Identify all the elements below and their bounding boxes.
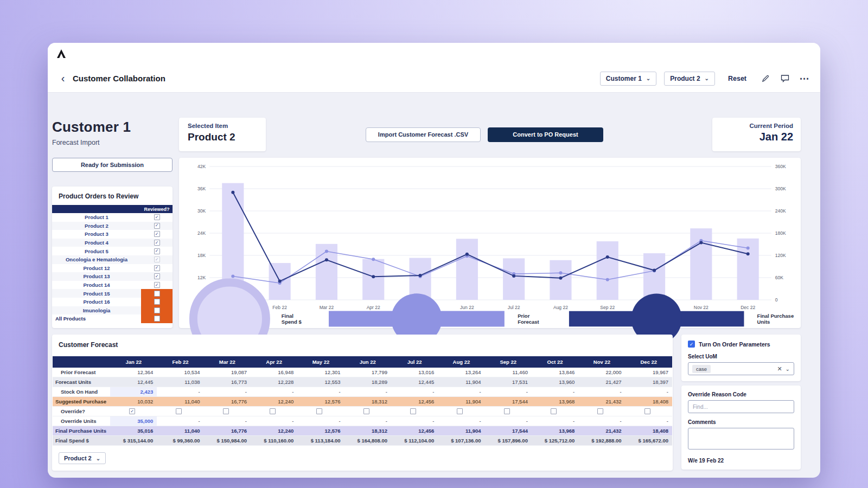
forecast-cell: 11,460	[485, 368, 532, 377]
reviewed-cell: ✓	[141, 222, 173, 230]
product-orders-card: Product Orders to Review Reviewed? Produ…	[52, 187, 173, 328]
forecast-cell: $ 315,144.00	[110, 436, 157, 446]
dashboard-main: Customer 1 Forecast Import Selected Item…	[48, 93, 820, 478]
override-reason-label: Override Reason Code	[688, 391, 794, 397]
row-label: Forecast Units	[53, 377, 110, 387]
override-checkbox[interactable]	[504, 408, 510, 414]
table-product-dropdown-label: Product 2	[64, 455, 92, 461]
product-name: Product 15	[52, 291, 141, 297]
ready-for-submission-button[interactable]: Ready for Submission	[52, 158, 173, 172]
svg-text:36K: 36K	[197, 186, 206, 191]
chevron-down-icon: ⌄	[705, 75, 709, 81]
reviewed-checkbox[interactable]	[154, 316, 160, 322]
product-order-row: Product 1✓	[52, 213, 173, 222]
svg-text:360K: 360K	[775, 164, 786, 169]
override-checkbox[interactable]	[363, 408, 369, 414]
forecast-cell[interactable]: 2,423	[110, 387, 157, 397]
order-parameters-checkbox[interactable]: ✓	[688, 341, 695, 348]
product-dropdown[interactable]: Product 2 ⌄	[664, 72, 715, 86]
forecast-cell: 13,968	[532, 397, 578, 407]
reviewed-checkbox[interactable]	[154, 307, 160, 313]
product-name: Imunologia	[52, 307, 141, 313]
forecast-row: Final Spend $$ 315,144.00$ 99,360.00$ 15…	[53, 436, 672, 446]
forecast-cell[interactable]: 35,000	[110, 416, 157, 426]
product-order-row: Imunologia	[52, 306, 173, 315]
product-order-row: Product 13✓	[52, 272, 173, 281]
reviewed-checkbox[interactable]: ✓	[154, 214, 160, 220]
forecast-cell: -	[578, 416, 625, 426]
reset-button[interactable]: Reset	[728, 75, 746, 82]
forecast-cell: 12,553	[297, 377, 344, 387]
forecast-cell: -	[204, 416, 251, 426]
svg-text:30K: 30K	[197, 208, 206, 214]
forecast-cell: 17,544	[485, 397, 532, 407]
edit-pencil-icon[interactable]	[760, 73, 771, 85]
legend-label: Final Purchase Units	[757, 313, 799, 325]
forecast-cell: -	[344, 416, 391, 426]
forecast-cell: 12,456	[391, 426, 438, 436]
forecast-cell: 35,016	[110, 426, 157, 436]
reviewed-checkbox[interactable]: ✓	[154, 240, 160, 246]
forecast-row: Stock On Hand2,423-----------	[53, 387, 672, 397]
forecast-cell: 19,967	[626, 368, 672, 377]
override-checkbox[interactable]	[270, 408, 276, 414]
forecast-cell: 13,016	[391, 368, 438, 377]
comments-textarea[interactable]	[688, 428, 794, 450]
override-checkbox[interactable]	[223, 408, 229, 414]
chevron-down-icon[interactable]: ⌄	[786, 366, 790, 372]
reviewed-cell: ✓	[141, 272, 173, 281]
current-period-label: Current Period	[720, 123, 793, 129]
override-checkbox[interactable]	[551, 408, 557, 414]
override-checkbox[interactable]	[176, 408, 182, 414]
forecast-cell: 18,408	[626, 426, 672, 436]
reviewed-checkbox[interactable]: ✓	[154, 223, 160, 229]
override-checkbox[interactable]	[457, 408, 463, 414]
forecast-cell: 12,240	[251, 426, 297, 436]
more-options-icon[interactable]: ⋯	[799, 73, 810, 85]
convert-po-button[interactable]: Convert to PO Request	[488, 127, 603, 142]
customer-forecast-card: Customer Forecast Jan 22Feb 22Mar 22Apr …	[52, 335, 673, 471]
override-checkbox[interactable]	[410, 408, 416, 414]
forecast-cell: 18,289	[344, 377, 391, 387]
forecast-cell: $ 165,672.00	[626, 436, 672, 446]
forecast-cell: 18,397	[626, 377, 672, 387]
order-parameters-label: Turn On Order Parameters	[699, 341, 770, 348]
legend-label: Final Spend $	[282, 313, 308, 325]
override-checkbox[interactable]	[644, 408, 650, 414]
uom-select[interactable]: case ✕ ⌄	[688, 362, 794, 375]
back-chevron-icon[interactable]: ‹	[58, 73, 68, 84]
select-uom-label: Select UoM	[688, 354, 794, 359]
table-product-dropdown[interactable]: Product 2 ⌄	[59, 452, 106, 464]
product-order-row: Product 5✓	[52, 247, 173, 255]
reviewed-cell: ✓	[141, 247, 173, 255]
product-name: All Products	[52, 316, 141, 322]
override-checkbox[interactable]	[316, 408, 322, 414]
chevron-down-icon: ⌄	[646, 75, 650, 81]
forecast-cell: 21,432	[578, 426, 625, 436]
clear-selection-icon[interactable]: ✕	[774, 365, 785, 373]
page-title: Customer Collaboration	[73, 74, 165, 83]
forecast-cell: 18,312	[344, 397, 391, 407]
reviewed-checkbox[interactable]: ✓	[154, 282, 160, 288]
forecast-cell: 12,576	[297, 397, 344, 407]
customer-dropdown[interactable]: Customer 1 ⌄	[600, 72, 656, 86]
comment-icon[interactable]	[779, 73, 791, 85]
month-column-header: Mar 22	[204, 356, 251, 368]
forecast-cell: $ 113,184.00	[297, 436, 344, 446]
import-csv-button[interactable]: Import Customer Forecast .CSV	[366, 127, 481, 142]
reviewed-checkbox[interactable]: ✓	[154, 273, 160, 279]
override-checkbox[interactable]: ✓	[129, 408, 135, 414]
override-reason-input[interactable]	[688, 400, 794, 413]
forecast-cell: $ 110,160.00	[251, 436, 297, 446]
reviewed-checkbox[interactable]	[154, 299, 160, 305]
reviewed-checkbox[interactable]: ✓	[154, 265, 160, 271]
reviewed-cell: ✓	[141, 281, 173, 290]
reviewed-checkbox[interactable]: ✓	[154, 256, 160, 262]
override-checkbox[interactable]	[597, 408, 603, 414]
reviewed-checkbox[interactable]: ✓	[154, 248, 160, 254]
selected-item-card: Selected Item Product 2	[179, 118, 266, 151]
forecast-cell: 13,264	[438, 368, 484, 377]
reviewed-checkbox[interactable]: ✓	[154, 231, 160, 237]
label-column-header	[53, 356, 110, 368]
reviewed-checkbox[interactable]	[154, 291, 160, 297]
